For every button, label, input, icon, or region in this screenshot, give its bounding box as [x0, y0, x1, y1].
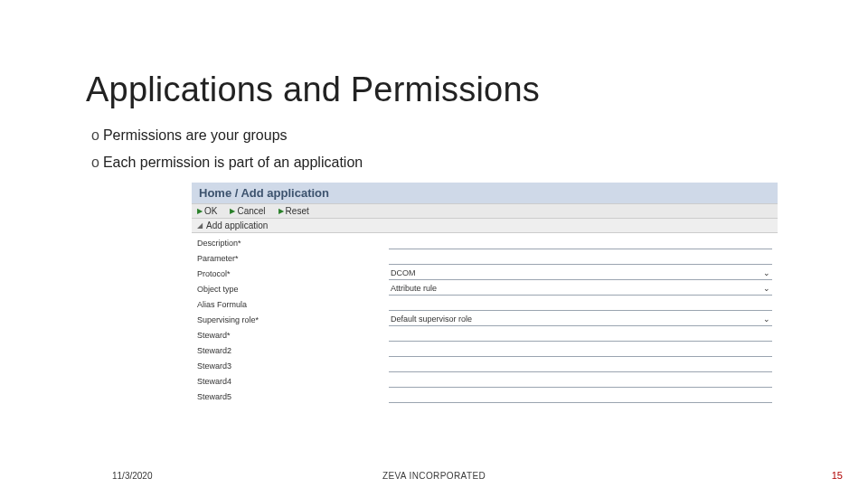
- section-title: Add application: [206, 221, 268, 230]
- reset-label: Reset: [286, 206, 309, 216]
- bullet-text: Each permission is part of an applicatio…: [103, 155, 363, 170]
- footer-date: 11/3/2020: [112, 471, 153, 481]
- field-row-steward5: Steward5: [192, 389, 778, 404]
- steward5-input[interactable]: [389, 390, 772, 403]
- toolbar: ▶ OK ▶ Cancel ▶ Reset: [192, 203, 778, 219]
- field-label: Steward3: [192, 361, 389, 371]
- collapse-icon: ◢: [197, 221, 203, 230]
- cancel-label: Cancel: [237, 206, 265, 216]
- field-row-steward4: Steward4: [192, 373, 778, 389]
- ok-button[interactable]: ▶ OK: [197, 206, 217, 216]
- field-row-parameter: Parameter*: [192, 250, 778, 266]
- play-icon: ▶: [278, 207, 284, 215]
- field-label: Alias Formula: [192, 300, 389, 309]
- slide-title: Applications and Permissions: [86, 70, 791, 109]
- section-header[interactable]: ◢ Add application: [192, 219, 778, 233]
- field-label: Description*: [192, 239, 389, 248]
- field-label: Supervising role*: [192, 315, 389, 324]
- play-icon: ▶: [197, 207, 203, 215]
- field-row-steward2: Steward2: [192, 343, 778, 358]
- field-label: Steward5: [192, 392, 389, 401]
- parameter-input[interactable]: [389, 252, 772, 265]
- page-number: 15: [832, 470, 843, 481]
- chevron-down-icon: ⌄: [763, 268, 770, 277]
- chevron-down-icon: ⌄: [763, 314, 770, 324]
- steward1-input[interactable]: [389, 329, 772, 342]
- protocol-select[interactable]: DCOM ⌄: [389, 267, 772, 280]
- alias-input[interactable]: [389, 298, 772, 311]
- bullet-item: oEach permission is part of an applicati…: [91, 155, 791, 171]
- breadcrumb: Home / Add application: [192, 183, 778, 203]
- reset-button[interactable]: ▶ Reset: [278, 206, 309, 216]
- select-value: DCOM: [391, 268, 416, 277]
- steward4-input[interactable]: [389, 375, 772, 388]
- field-label: Parameter*: [192, 254, 389, 263]
- bullet-marker: o: [91, 127, 99, 144]
- field-row-steward1: Steward*: [192, 327, 778, 343]
- cancel-button[interactable]: ▶ Cancel: [230, 206, 265, 216]
- field-label: Steward2: [192, 346, 389, 355]
- field-row-protocol: Protocol* DCOM ⌄: [192, 266, 778, 281]
- field-row-steward3: Steward3: [192, 358, 778, 373]
- select-value: Attribute rule: [391, 284, 437, 293]
- field-row-description: Description*: [192, 235, 778, 250]
- field-label: Steward*: [192, 331, 389, 340]
- description-input[interactable]: [389, 237, 772, 249]
- field-row-supervising: Supervising role* Default supervisor rol…: [192, 312, 778, 327]
- field-row-object-type: Object type Attribute rule ⌄: [192, 281, 778, 296]
- field-label: Steward4: [192, 377, 389, 386]
- slide: Applications and Permissions oPermission…: [0, 0, 868, 488]
- form: Description* Parameter* Protocol* DCOM ⌄…: [192, 233, 778, 404]
- steward3-input[interactable]: [389, 360, 772, 372]
- embedded-app-screenshot: Home / Add application ▶ OK ▶ Cancel ▶ R…: [191, 182, 778, 405]
- footer-company: ZEVA INCORPORATED: [382, 471, 486, 481]
- ok-label: OK: [204, 206, 217, 216]
- bullet-text: Permissions are your groups: [103, 127, 288, 143]
- play-icon: ▶: [230, 207, 235, 215]
- select-value: Default supervisor role: [391, 314, 472, 324]
- field-label: Object type: [192, 285, 389, 294]
- steward2-input[interactable]: [389, 344, 772, 357]
- chevron-down-icon: ⌄: [763, 284, 770, 293]
- bullet-marker: o: [91, 155, 99, 171]
- bullet-item: oPermissions are your groups: [91, 127, 791, 144]
- bullet-list: oPermissions are your groups oEach permi…: [91, 127, 791, 171]
- field-label: Protocol*: [192, 269, 389, 278]
- object-type-select[interactable]: Attribute rule ⌄: [389, 283, 772, 296]
- supervising-role-select[interactable]: Default supervisor role ⌄: [389, 314, 772, 326]
- field-row-alias: Alias Formula: [192, 296, 778, 312]
